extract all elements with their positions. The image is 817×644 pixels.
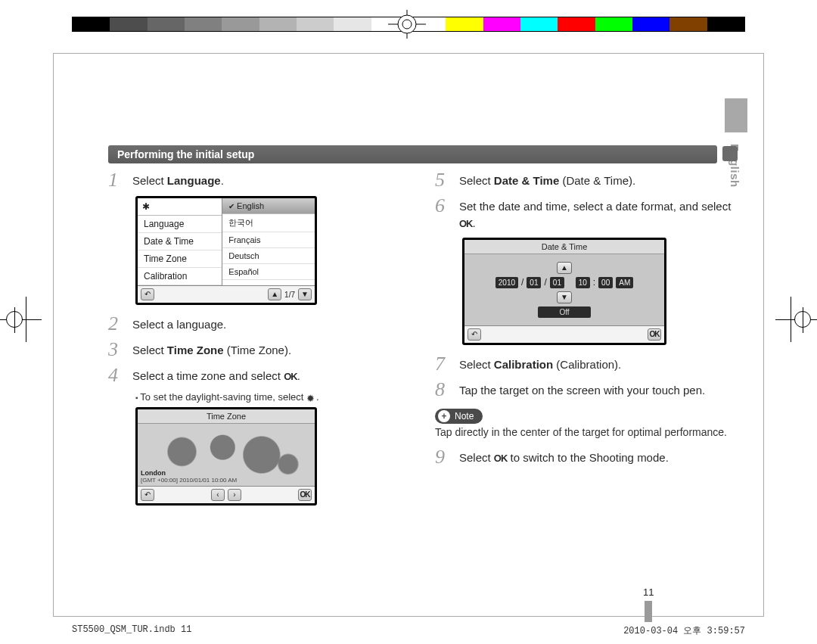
note-label: Note — [455, 411, 474, 422]
step-6: 6 Set the date and time, select a date f… — [435, 196, 745, 232]
step-number: 2 — [108, 314, 132, 334]
pager-text: 1/7 — [284, 291, 295, 299]
year-field[interactable]: 2010 — [495, 277, 518, 288]
language-option[interactable]: 한국어 — [222, 214, 315, 232]
print-footer: ST5500_QSM_TUR.indb 11 2010-03-04 오후 3:5… — [72, 624, 745, 637]
step-text: Tap the target on the screen with your t… — [459, 380, 705, 399]
down-icon[interactable]: ▼ — [298, 288, 312, 300]
gear-icon: ✱ — [138, 198, 222, 216]
screenshot-language-menu: ✱ Language Date & Time Time Zone Calibra… — [135, 196, 317, 305]
right-icon[interactable]: › — [228, 489, 241, 501]
language-option[interactable]: Deutsch — [222, 248, 315, 264]
language-option[interactable]: Français — [222, 232, 315, 248]
step-8: 8 Tap the target on the screen with your… — [435, 380, 745, 400]
svg-point-2 — [398, 15, 416, 33]
datetime-title: Date & Time — [464, 240, 664, 254]
back-icon[interactable]: ↶ — [468, 328, 481, 341]
dst-off[interactable]: Off — [538, 306, 591, 318]
step-text: Select a time zone and select OK. — [132, 366, 300, 384]
step-7: 7 Select Calibration (Calibration). — [435, 354, 745, 374]
header-marker — [722, 146, 738, 161]
step-text: Select a language. — [132, 314, 226, 333]
screenshot-datetime: Date & Time ▲ 2010/ 01/ 01 10: 00 AM ▼ O… — [462, 238, 666, 345]
section-header-text: Performing the initial setup — [108, 148, 254, 160]
step-1: 1 Select Language. — [108, 170, 418, 190]
menu-item-timezone[interactable]: Time Zone — [138, 250, 222, 268]
ok-icon: OK — [459, 217, 473, 232]
right-column: 5 Select Date & Time (Date & Time). 6 Se… — [435, 170, 745, 473]
ok-button[interactable]: OK — [298, 489, 312, 501]
step-number: 9 — [435, 447, 459, 467]
crop-mark-right — [775, 319, 817, 320]
step-4-sub: To set the daylight-saving time, select … — [135, 391, 418, 403]
language-option[interactable]: Español — [222, 264, 315, 280]
step-5: 5 Select Date & Time (Date & Time). — [435, 170, 745, 190]
hour-field[interactable]: 10 — [576, 277, 590, 288]
back-icon[interactable]: ↶ — [141, 288, 154, 300]
ampm-field[interactable]: AM — [616, 277, 633, 288]
sun-icon: ✹ — [306, 393, 316, 403]
page-number: 11 — [643, 586, 654, 622]
step-3: 3 Select Time Zone (Time Zone). — [108, 340, 418, 359]
step-number: 7 — [435, 354, 459, 374]
step-number: 4 — [108, 366, 132, 385]
timezone-location: London[GMT +00:00] 2010/01/01 10:00 AM — [141, 470, 237, 484]
step-number: 6 — [435, 196, 459, 216]
timezone-title: Time Zone — [138, 409, 315, 424]
step-text: Select Date & Time (Date & Time). — [459, 170, 635, 189]
up-icon[interactable]: ▲ — [268, 288, 281, 300]
left-column: 1 Select Language. ✱ Language Date & Tim… — [108, 170, 418, 515]
month-field[interactable]: 01 — [527, 277, 541, 288]
step-text: Select Language. — [132, 170, 224, 189]
menu-item-calibration[interactable]: Calibration — [138, 268, 222, 285]
section-header: Performing the initial setup — [108, 145, 717, 163]
screenshot-timezone: Time Zone London[GMT +00:00] 2010/01/01 … — [135, 407, 317, 506]
note-badge: + Note — [435, 409, 483, 424]
left-icon[interactable]: ‹ — [211, 489, 225, 501]
page-number-bar — [645, 601, 652, 622]
step-text: Select Time Zone (Time Zone). — [132, 340, 291, 359]
step-9: 9 Select OK to switch to the Shooting mo… — [435, 447, 745, 467]
menu-item-datetime[interactable]: Date & Time — [138, 233, 222, 250]
menu-item-language[interactable]: Language — [138, 216, 222, 233]
crop-mark-left — [0, 319, 42, 320]
footer-right: 2010-03-04 오후 3:59:57 — [623, 624, 745, 637]
up-icon[interactable]: ▲ — [557, 262, 572, 274]
step-4: 4 Select a time zone and select OK. — [108, 366, 418, 385]
footer-left: ST5500_QSM_TUR.indb 11 — [72, 624, 191, 637]
ok-icon: OK — [284, 370, 297, 384]
step-2: 2 Select a language. — [108, 314, 418, 334]
side-color-bar — [725, 98, 747, 132]
ok-button[interactable]: OK — [648, 328, 661, 341]
registration-mark — [377, 10, 437, 39]
step-number: 1 — [108, 170, 132, 190]
back-icon[interactable]: ↶ — [141, 489, 154, 501]
day-field[interactable]: 01 — [550, 277, 564, 288]
note-text: Tap directly in the center of the target… — [435, 426, 745, 438]
step-number: 8 — [435, 380, 459, 400]
step-number: 3 — [108, 340, 132, 359]
world-map[interactable]: London[GMT +00:00] 2010/01/01 10:00 AM — [138, 424, 315, 486]
step-text: Set the date and time, select a date for… — [459, 196, 745, 232]
step-number: 5 — [435, 170, 459, 190]
plus-icon: + — [438, 410, 450, 422]
step-text: Select Calibration (Calibration). — [459, 354, 621, 373]
ok-icon: OK — [494, 452, 508, 466]
language-option-selected[interactable]: English — [222, 198, 315, 214]
step-text: Select OK to switch to the Shooting mode… — [459, 447, 669, 466]
minute-field[interactable]: 00 — [598, 277, 613, 288]
down-icon[interactable]: ▼ — [557, 291, 572, 303]
